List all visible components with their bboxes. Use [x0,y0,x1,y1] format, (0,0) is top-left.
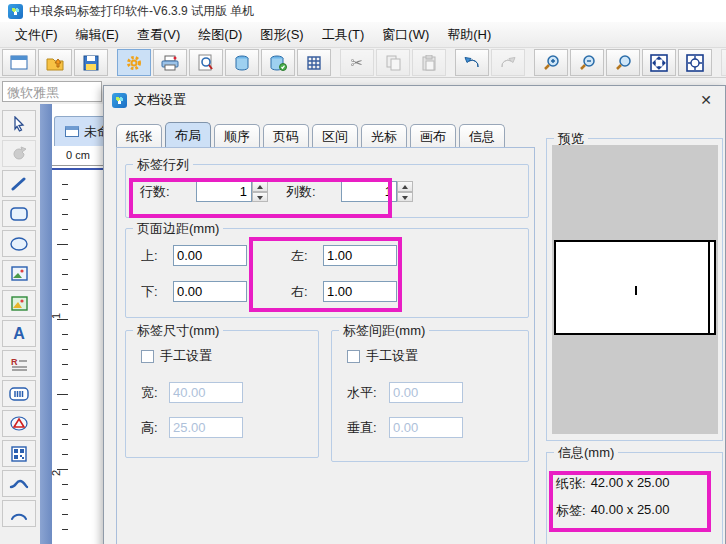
spacing-vertical-label: 垂直: [347,419,385,437]
menu-edit[interactable]: 编辑(E) [67,23,128,47]
line-tool-button[interactable] [2,170,36,197]
zoom-reset-button[interactable] [606,49,640,76]
cols-input[interactable]: 1 [341,181,397,202]
save-icon [83,55,99,71]
label-width-input: 40.00 [169,382,243,403]
select-tool-button[interactable] [2,110,36,137]
zoom-in-button[interactable] [534,49,568,76]
tab-layout[interactable]: 布局 [165,122,211,148]
magnifier-icon [615,54,632,71]
size-manual-checkbox[interactable] [141,350,154,363]
tab-cursor[interactable]: 光标 [361,124,407,148]
tab-info[interactable]: 信息 [459,124,505,148]
curve-icon [9,478,29,490]
margin-top-input[interactable]: 0.00 [173,245,247,266]
tab-page-number[interactable]: 页码 [263,124,309,148]
dialog-title: 文档设置 [134,91,186,109]
print-preview-button[interactable] [189,49,223,76]
picture-tool-button[interactable] [2,260,36,287]
undo-button[interactable] [455,49,489,76]
curve-tool-button[interactable] [2,470,36,497]
menu-shapes[interactable]: 图形(S) [251,23,312,47]
cols-spin-up-button[interactable] [397,181,413,192]
fit-page-button[interactable] [678,49,712,76]
rows-label: 行数: [140,183,196,201]
database-button[interactable] [225,49,259,76]
menu-view[interactable]: 查看(V) [128,23,189,47]
tab-canvas[interactable]: 画布 [410,124,456,148]
preview-icon [198,54,214,71]
label-info-value: 40.00 x 25.00 [591,502,670,520]
label-info-row: 标签: 40.00 x 25.00 [547,502,722,520]
margin-left-label: 左: [291,247,317,265]
tab-range[interactable]: 区间 [312,124,358,148]
rich-text-tool-button[interactable]: R [2,350,36,377]
cols-label: 列数: [286,183,341,201]
cursor-icon [12,116,26,132]
rows-spin-down-button[interactable] [252,192,268,203]
spacing-horizontal-label: 水平: [347,384,385,402]
redo-button [491,49,525,76]
gear-icon [125,54,143,72]
size-group-title: 标签尺寸(mm) [133,322,223,340]
zoom-out-button[interactable] [570,49,604,76]
preview-center-tick [635,286,637,295]
copy-button [376,49,410,76]
rounded-rect-tool-button[interactable] [2,200,36,227]
zoom-out-icon [579,54,596,71]
tab-order[interactable]: 顺序 [214,124,260,148]
database-connect-button[interactable] [261,49,295,76]
label-width-label: 宽: [141,384,165,402]
new-document-button[interactable] [2,49,36,76]
rotate-icon [11,146,27,162]
menu-help[interactable]: 帮助(H) [438,23,500,47]
ellipse-tool-button[interactable] [2,230,36,257]
ruler-mark-2: 2 [50,470,62,476]
polygon-tool-button[interactable] [2,410,36,437]
redo-icon [499,56,517,70]
rows-spin-up-button[interactable] [252,181,268,192]
database-check-icon [270,55,287,71]
text-tool-button[interactable]: A [2,320,36,347]
document-settings-button[interactable] [117,49,151,76]
cols-spinner: 1 [341,181,413,202]
save-button[interactable] [74,49,108,76]
preview-label-rect [554,240,716,335]
margin-bottom-label: 下: [141,283,167,301]
dialog-title-bar[interactable]: 文档设置 ✕ [104,86,725,114]
fit-window-button[interactable] [642,49,676,76]
tab-paper[interactable]: 纸张 [116,124,162,148]
paper-info-value: 42.00 x 25.00 [591,475,670,493]
menu-draw[interactable]: 绘图(D) [189,23,251,47]
qrcode-tool-button[interactable] [2,440,36,467]
font-family-combo[interactable]: 微软雅黑 [2,81,102,102]
arc-tool-button[interactable] [2,500,36,527]
window-title: 中琅条码标签打印软件-V6.3.9 试用版 单机 [29,3,254,20]
label-info-label: 标签: [556,502,586,520]
dialog-close-button[interactable]: ✕ [695,90,717,110]
ellipse-icon [10,237,28,251]
menu-window[interactable]: 窗口(W) [373,23,438,47]
open-file-button[interactable] [38,49,72,76]
line-icon [11,176,27,192]
margin-bottom-input[interactable]: 0.00 [173,281,247,302]
menu-file[interactable]: 文件(F) [6,23,67,47]
barcode-tool-button[interactable] [2,380,36,407]
print-button[interactable] [153,49,187,76]
margins-group-title: 页面边距(mm) [133,220,223,238]
label-height-input: 25.00 [169,417,243,438]
spacing-manual-checkbox[interactable] [347,350,360,363]
grid-button[interactable] [297,49,331,76]
barcode-icon [9,387,29,401]
menu-tools[interactable]: 工具(T) [313,23,374,47]
margin-right-input[interactable]: 1.00 [323,281,397,302]
new-document-icon [10,55,28,71]
paper-info-row: 纸张: 42.00 x 25.00 [547,475,722,493]
image-tool-button[interactable] [2,290,36,317]
paper-info-label: 纸张: [556,475,586,493]
size-manual-label: 手工设置 [160,347,212,365]
margin-left-input[interactable]: 1.00 [323,245,397,266]
cols-spin-down-button[interactable] [397,192,413,203]
rows-input[interactable]: 1 [196,181,252,202]
vertical-ruler: 1 2 [52,170,74,544]
